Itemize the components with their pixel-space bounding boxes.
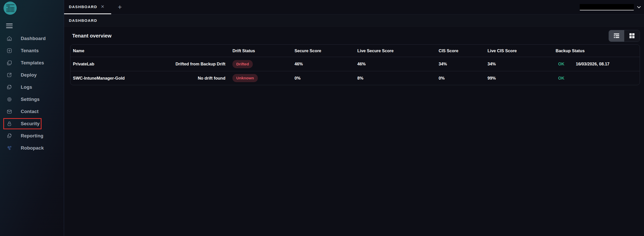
gear-icon bbox=[6, 96, 12, 102]
hamburger-menu-icon[interactable] bbox=[6, 24, 13, 28]
page-title: Tenant overview bbox=[72, 33, 111, 39]
sidebar-nav: Dashboard Tenants Templates bbox=[0, 32, 64, 154]
sidebar-item-settings[interactable]: Settings bbox=[0, 93, 64, 105]
live-cis-score-value: 99% bbox=[487, 76, 556, 81]
cis-score-value: 34% bbox=[439, 62, 487, 66]
column-header-live-cis-score: Live CIS Score bbox=[487, 48, 556, 53]
table-row[interactable]: PrivateLab Drifted from Backup Drift Dri… bbox=[70, 57, 640, 71]
grid-view-button[interactable] bbox=[624, 30, 640, 42]
sidebar-item-reporting[interactable]: Reporting bbox=[0, 130, 64, 142]
table-header-row: Name Drift Status Secure Score Live Secu… bbox=[70, 45, 640, 57]
secure-score-value: 46% bbox=[295, 62, 357, 66]
page-breadcrumb: DASHBOARD bbox=[64, 14, 644, 27]
grid-view-icon bbox=[629, 33, 635, 38]
breadcrumb-title: DASHBOARD bbox=[69, 18, 97, 23]
chevron-down-icon[interactable] bbox=[636, 5, 641, 10]
security-highlight-box: Security bbox=[3, 118, 42, 129]
sidebar-item-contact[interactable]: Contact bbox=[0, 105, 64, 118]
content: Tenant overview bbox=[64, 27, 644, 236]
sidebar-item-label: Dashboard bbox=[21, 36, 46, 41]
tab-bar: DASHBOARD ✕ + bbox=[64, 0, 644, 14]
drift-status-badge: Unknown bbox=[232, 74, 258, 82]
backup-status-value: OK bbox=[558, 76, 564, 81]
copy-icon bbox=[6, 60, 12, 66]
sidebar-item-label: Logs bbox=[21, 84, 32, 90]
tenant-overview-table: Name Drift Status Secure Score Live Secu… bbox=[70, 44, 640, 85]
sidebar-item-label: Reporting bbox=[21, 133, 43, 139]
sidebar-item-logs[interactable]: Logs bbox=[0, 81, 64, 93]
drift-note: Drifted from Backup Drift bbox=[175, 62, 225, 66]
new-tab-button[interactable]: + bbox=[118, 3, 122, 11]
drift-note: No drift found bbox=[198, 76, 225, 81]
secure-score-value: 0% bbox=[295, 76, 357, 81]
sidebar-item-tenants[interactable]: Tenants bbox=[0, 45, 64, 57]
content-header: Tenant overview bbox=[70, 29, 640, 43]
account-menu[interactable] bbox=[580, 4, 641, 10]
redacted-account-email bbox=[580, 4, 634, 10]
sidebar-item-label: Robopack bbox=[21, 145, 44, 151]
list-view-icon bbox=[614, 33, 619, 38]
live-secure-score-value: 46% bbox=[357, 62, 439, 66]
sidebar: Dashboard Tenants Templates bbox=[0, 0, 64, 236]
backup-status-value: OK bbox=[558, 62, 564, 66]
tenant-name: PrivateLab bbox=[73, 62, 94, 66]
column-header-secure-score: Secure Score bbox=[295, 48, 357, 53]
cis-score-value: 0% bbox=[439, 76, 487, 81]
sidebar-item-label: Deploy bbox=[21, 72, 37, 78]
main-area: DASHBOARD ✕ + DASHBOARD Tenant overview bbox=[64, 0, 644, 236]
external-link-icon bbox=[6, 72, 12, 78]
sidebar-item-templates[interactable]: Templates bbox=[0, 57, 64, 69]
brand-logo-icon[interactable] bbox=[4, 2, 17, 15]
sidebar-item-security[interactable]: Security bbox=[0, 118, 64, 130]
report-pages-icon bbox=[6, 133, 12, 139]
tenant-name: SWC-IntuneManager-Gold bbox=[73, 76, 125, 81]
sidebar-item-label: Security bbox=[21, 121, 40, 126]
drift-status-badge: Drifted bbox=[232, 60, 253, 68]
lock-icon bbox=[6, 121, 12, 127]
sidebar-item-dashboard[interactable]: Dashboard bbox=[0, 32, 64, 45]
live-secure-score-value: 8% bbox=[357, 76, 439, 81]
view-toggle bbox=[609, 30, 640, 42]
app-window: Dashboard Tenants Templates bbox=[0, 0, 644, 236]
column-header-backup-status: Backup Status bbox=[556, 48, 640, 53]
tab-dashboard[interactable]: DASHBOARD ✕ bbox=[64, 0, 111, 14]
hexagons-icon bbox=[6, 145, 12, 151]
add-square-icon bbox=[6, 48, 12, 54]
table-row[interactable]: SWC-IntuneManager-Gold No drift found Un… bbox=[70, 71, 640, 85]
close-tab-icon[interactable]: ✕ bbox=[101, 5, 104, 9]
home-icon bbox=[6, 35, 12, 42]
live-cis-score-value: 34% bbox=[487, 62, 556, 66]
column-header-live-secure-score: Live Secure Score bbox=[357, 48, 439, 53]
mail-icon bbox=[6, 108, 12, 115]
sidebar-item-robopack[interactable]: Robopack bbox=[0, 142, 64, 154]
backup-timestamp: 16/03/2026, 08.17 bbox=[576, 62, 610, 66]
sidebar-item-label: Contact bbox=[21, 109, 38, 114]
sidebar-item-label: Settings bbox=[21, 97, 40, 102]
document-stack-icon bbox=[6, 84, 12, 90]
list-view-button[interactable] bbox=[609, 30, 624, 42]
column-header-cis-score: CIS Score bbox=[439, 48, 487, 53]
sidebar-item-deploy[interactable]: Deploy bbox=[0, 69, 64, 81]
tab-label: DASHBOARD bbox=[69, 5, 97, 9]
column-header-name: Name bbox=[70, 48, 232, 53]
column-header-drift-status: Drift Status bbox=[232, 48, 295, 53]
sidebar-item-label: Templates bbox=[21, 60, 44, 66]
sidebar-item-label: Tenants bbox=[21, 48, 39, 53]
